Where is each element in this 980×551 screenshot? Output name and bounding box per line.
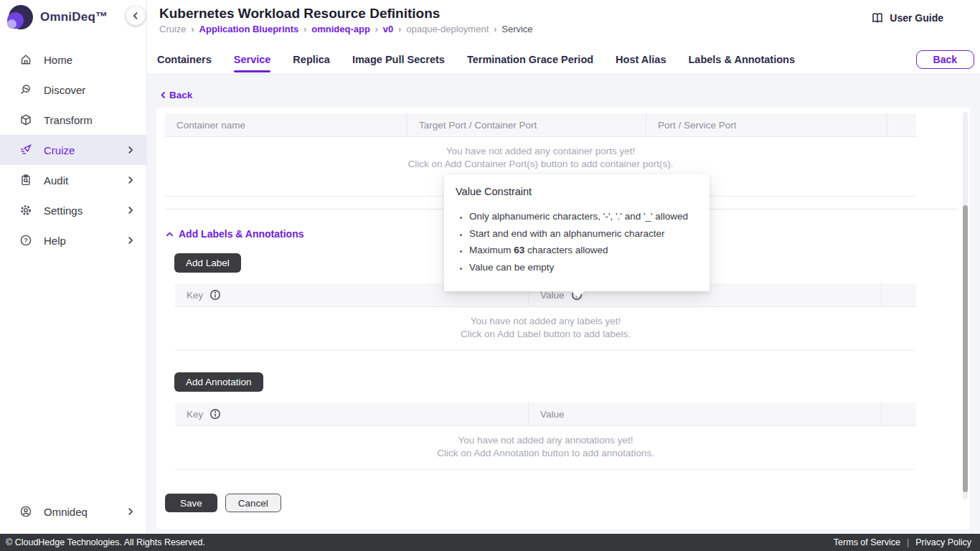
breadcrumb-omnideq-app[interactable]: omnideq-app: [311, 24, 370, 34]
page-title: Kubernetes Workload Resource Definitions: [147, 0, 980, 22]
breadcrumb: Cruize › Application Blueprints › omnide…: [147, 24, 980, 34]
tooltip-bullet-text: Maximum: [469, 245, 514, 255]
book-icon: [871, 11, 884, 24]
info-icon[interactable]: [209, 408, 221, 420]
breadcrumb-application-blueprints[interactable]: Application Blueprints: [199, 24, 299, 34]
tooltip-title: Value Constraint: [444, 181, 710, 202]
tooltip-bullet-bold: 63: [514, 245, 524, 255]
tooltip-bullet: Start and end with an alphanumeric chara…: [469, 228, 710, 239]
back-link[interactable]: Back: [159, 90, 192, 100]
sidebar-item-omnideq[interactable]: Omnideq: [0, 496, 146, 527]
chevron-up-icon: [165, 230, 174, 239]
sidebar-item-help[interactable]: ? Help: [0, 225, 146, 255]
annotations-empty-state: You have not added any annotations yet! …: [175, 426, 916, 469]
empty-state-line: You have not added any annotations yet!: [175, 434, 916, 447]
tab-replica[interactable]: Replica: [293, 45, 330, 74]
sidebar-item-label: Discover: [44, 84, 85, 96]
sidebar-item-cruize[interactable]: Cruize: [0, 135, 146, 165]
add-annotation-button[interactable]: Add Annotation: [174, 372, 263, 392]
sidebar-item-transform[interactable]: Transform: [0, 105, 146, 135]
chevron-right-icon: [126, 507, 135, 516]
discover-icon: [19, 83, 32, 96]
scrollbar-track[interactable]: [963, 112, 968, 499]
annotations-table-header: Key Value: [175, 402, 916, 426]
terms-of-service-link[interactable]: Terms of Service: [834, 537, 900, 547]
chevron-separator-icon: ›: [192, 24, 194, 34]
form-actions: Save Cancel: [165, 494, 281, 512]
key-header-label: Key: [187, 409, 203, 420]
tab-service[interactable]: Service: [234, 45, 271, 74]
chevron-separator-icon: ›: [398, 24, 401, 34]
privacy-policy-link[interactable]: Privacy Policy: [915, 537, 971, 547]
breadcrumb-v0[interactable]: v0: [383, 24, 393, 34]
copyright-text: © CloudHedge Technologies. All Rights Re…: [6, 537, 205, 547]
info-icon[interactable]: [209, 289, 221, 301]
labels-annotations-toggle[interactable]: Add Labels & Annotations: [165, 228, 303, 240]
add-label-button[interactable]: Add Label: [174, 253, 241, 273]
save-button[interactable]: Save: [165, 494, 217, 512]
tab-containers[interactable]: Containers: [157, 45, 212, 74]
footer: © CloudHedge Technologies. All Rights Re…: [0, 534, 980, 551]
breadcrumb-service: Service: [501, 24, 532, 34]
content-area: Back Container name Target Port / Contai…: [147, 75, 980, 534]
empty-state-line: Click on Add Annotation button to add an…: [175, 447, 916, 460]
labels-table: Key Value You have not added any labels …: [175, 283, 916, 351]
footer-separator: |: [907, 537, 909, 547]
audit-icon: [19, 174, 32, 187]
empty-state-line: Click on Add Label button to add labels.: [175, 328, 916, 341]
sidebar-item-label: Help: [44, 235, 66, 247]
cruize-icon: [19, 143, 32, 156]
sidebar-item-settings[interactable]: Settings: [0, 195, 146, 225]
value-constraint-tooltip: Value Constraint Only alphanumeric chara…: [444, 174, 710, 291]
tooltip-bullet: Value can be empty: [469, 262, 710, 273]
chevron-separator-icon: ›: [303, 24, 306, 34]
labels-annotations-toggle-label: Add Labels & Annotations: [179, 228, 303, 240]
column-actions: [882, 283, 916, 306]
logo-text: OmniDeq™: [40, 10, 108, 24]
chevron-separator-icon: ›: [375, 24, 378, 34]
user-guide-link[interactable]: User Guide: [871, 11, 943, 24]
labels-empty-state: You have not added any labels yet! Click…: [175, 307, 916, 350]
sidebar-item-label: Transform: [44, 114, 93, 126]
column-value: Value: [529, 402, 882, 425]
logo-icon: [7, 4, 34, 31]
app-logo: OmniDeq™: [0, 0, 146, 34]
tab-host-alias[interactable]: Host Alias: [616, 45, 666, 74]
page-header: Kubernetes Workload Resource Definitions…: [147, 0, 980, 45]
sidebar-item-label: Home: [44, 54, 72, 66]
sidebar-item-label: Omnideq: [44, 506, 88, 518]
back-button[interactable]: Back: [916, 50, 974, 69]
tooltip-bullet: Only alphanumeric characters, '-', '.' a…: [469, 211, 710, 222]
tab-image-pull-secrets[interactable]: Image Pull Secrets: [352, 45, 445, 74]
container-ports-table-header: Container name Target Port / Container P…: [165, 113, 916, 137]
sidebar: OmniDeq™ Home Discover Transform Cruize: [0, 0, 147, 534]
chevron-left-icon: [131, 11, 140, 20]
tooltip-bullet-text: characters allowed: [524, 245, 608, 255]
back-link-label: Back: [169, 90, 192, 100]
breadcrumb-opaque-deployment: opaque-deployment: [406, 24, 489, 34]
user-guide-label: User Guide: [890, 12, 943, 24]
sidebar-item-discover[interactable]: Discover: [0, 75, 146, 105]
value-header-label: Value: [540, 409, 565, 420]
chevron-right-icon: [126, 206, 135, 215]
sidebar-item-audit[interactable]: Audit: [0, 165, 146, 195]
chevron-right-icon: [126, 146, 135, 154]
transform-icon: [19, 113, 32, 126]
svg-text:?: ?: [24, 237, 27, 244]
chevron-right-icon: [126, 236, 135, 245]
scrollbar-thumb[interactable]: [963, 205, 968, 492]
breadcrumb-cruize: Cruize: [159, 24, 187, 34]
sidebar-nav: Home Discover Transform Cruize: [0, 44, 146, 255]
sidebar-item-label: Settings: [44, 204, 83, 217]
sidebar-collapse-button[interactable]: [126, 6, 145, 25]
tab-termination-grace-period[interactable]: Termination Grace Period: [467, 45, 593, 74]
key-header-label: Key: [187, 290, 203, 301]
sidebar-item-home[interactable]: Home: [0, 44, 146, 75]
column-key: Key: [175, 402, 529, 425]
help-icon: ?: [19, 234, 32, 247]
cancel-button[interactable]: Cancel: [225, 494, 281, 512]
tooltip-bullet: Maximum 63 characters allowed: [469, 245, 710, 255]
tab-labels-annotations[interactable]: Labels & Annotations: [688, 45, 795, 74]
settings-icon: [19, 204, 32, 217]
annotations-table: Key Value You have not added any annotat…: [175, 402, 916, 470]
